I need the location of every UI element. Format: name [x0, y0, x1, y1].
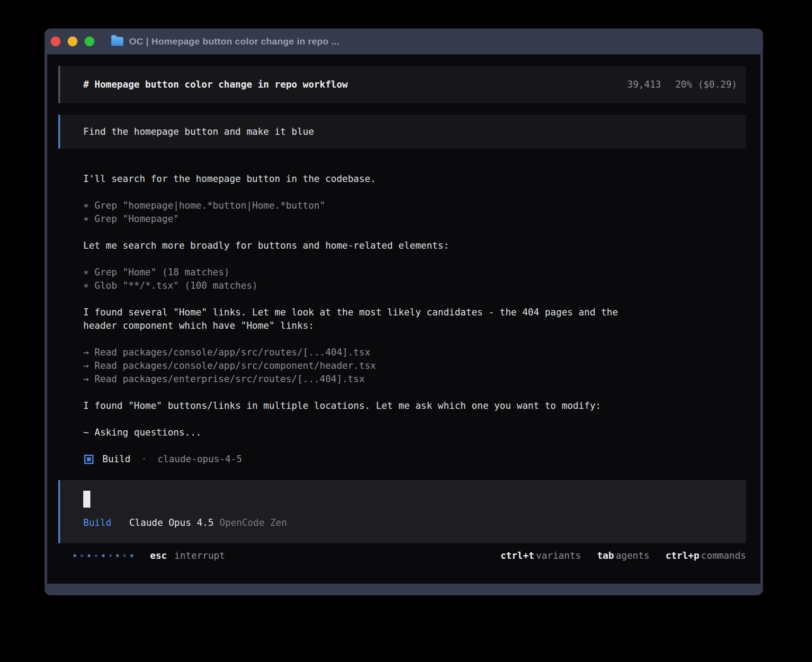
- assistant-text-line: ~ Asking questions...: [83, 426, 746, 439]
- editor-model[interactable]: Claude Opus 4.5: [129, 517, 214, 528]
- spinner-dot: [123, 554, 126, 557]
- tool-call-line: → Read packages/enterprise/src/routes/[.…: [83, 372, 746, 386]
- blank-line: [83, 332, 746, 346]
- window-title: OC | Homepage button color change in rep…: [129, 36, 339, 47]
- keyboard-shortcuts: ctrl+tvariantstabagentsctrl+pcommands: [484, 550, 746, 561]
- shortcut-key: tab: [597, 550, 614, 561]
- shortcut-key: ctrl+p: [666, 550, 699, 561]
- shortcut-key: ctrl+t: [500, 550, 534, 561]
- tool-call-line: ∗ Grep "homepage|home.*button|Home.*butt…: [83, 199, 746, 212]
- spinner-dot: [81, 554, 83, 557]
- minimize-button[interactable]: [68, 36, 77, 46]
- assistant-text-line: header component which have "Home" links…: [83, 319, 746, 332]
- window-bottom-edge: [45, 584, 763, 595]
- tool-call-line: ∗ Grep "Home" (18 matches): [83, 266, 746, 279]
- blank-line: [83, 186, 746, 199]
- spinner-dot: [95, 554, 97, 557]
- blank-line: [83, 252, 746, 266]
- blank-line: [83, 412, 746, 426]
- spinner-dot: [116, 554, 119, 557]
- spinner-dot: [88, 554, 90, 557]
- spinner-dot: [102, 554, 105, 557]
- tool-call-line: → Read packages/console/app/src/componen…: [83, 359, 746, 372]
- shortcut-label: agents: [616, 550, 650, 561]
- blank-line: [83, 439, 746, 452]
- interrupt-hint: esc interrupt: [150, 550, 225, 561]
- shortcut-commands: ctrl+pcommands: [666, 550, 746, 561]
- folder-icon: [111, 37, 123, 46]
- tool-call-line: ∗ Glob "**/*.tsx" (100 matches): [83, 279, 746, 292]
- session-meta: 39,413 20% ($0.29): [627, 79, 737, 90]
- user-message: Find the homepage button and make it blu…: [58, 115, 746, 149]
- session-title: # Homepage button color change in repo w…: [83, 79, 348, 90]
- editor-agent[interactable]: Build: [83, 517, 111, 528]
- shortcut-label: variants: [536, 550, 581, 561]
- spinner-dot: [73, 554, 76, 557]
- titlebar: OC | Homepage button color change in rep…: [45, 28, 763, 54]
- context-and-cost: 20% ($0.29): [675, 79, 737, 90]
- agent-badge: Build · claude-opus-4-5: [58, 452, 746, 466]
- tool-call-line: → Read packages/console/app/src/routes/[…: [83, 346, 746, 359]
- shortcut-variants: ctrl+tvariants: [500, 550, 581, 561]
- assistant-text-line: I found several "Home" links. Let me loo…: [83, 306, 746, 319]
- shortcut-label: commands: [701, 550, 746, 561]
- assistant-text-line: Let me search more broadly for buttons a…: [83, 239, 746, 252]
- busy-spinner-dots: [73, 554, 138, 557]
- terminal-window: OC | Homepage button color change in rep…: [45, 28, 763, 595]
- prompt-input[interactable]: Build Claude Opus 4.5 OpenCode Zen: [58, 480, 746, 543]
- spinner-dot: [109, 554, 112, 557]
- user-message-text: Find the homepage button and make it blu…: [83, 126, 314, 137]
- badge-separator: ·: [141, 454, 147, 464]
- text-cursor: [83, 491, 90, 508]
- token-count: 39,413: [627, 79, 661, 90]
- interrupt-label: interrupt: [175, 550, 225, 561]
- tool-call-line: ∗ Grep "Homepage": [83, 212, 746, 226]
- close-button[interactable]: [51, 36, 61, 46]
- zoom-button[interactable]: [85, 36, 94, 46]
- spinner-dot: [130, 554, 133, 557]
- blank-line: [83, 292, 746, 306]
- editor-provider: OpenCode Zen: [219, 517, 287, 528]
- blank-line: [83, 386, 746, 399]
- terminal-content: # Homepage button color change in repo w…: [47, 54, 760, 584]
- status-bar: esc interrupt ctrl+tvariantstabagentsctr…: [58, 550, 746, 561]
- agent-build-icon: [84, 455, 93, 464]
- assistant-conversation: I'll search for the homepage button in t…: [58, 172, 746, 452]
- editor-meta: Build Claude Opus 4.5 OpenCode Zen: [83, 517, 737, 528]
- blank-line: [83, 226, 746, 239]
- shortcut-agents: tabagents: [597, 550, 650, 561]
- agent-name: Build: [102, 454, 130, 464]
- agent-model: claude-opus-4-5: [158, 454, 242, 464]
- assistant-text-line: I found "Home" buttons/links in multiple…: [83, 399, 746, 412]
- interrupt-key: esc: [150, 550, 167, 561]
- assistant-text-line: I'll search for the homepage button in t…: [83, 172, 746, 186]
- session-header: # Homepage button color change in repo w…: [58, 66, 746, 103]
